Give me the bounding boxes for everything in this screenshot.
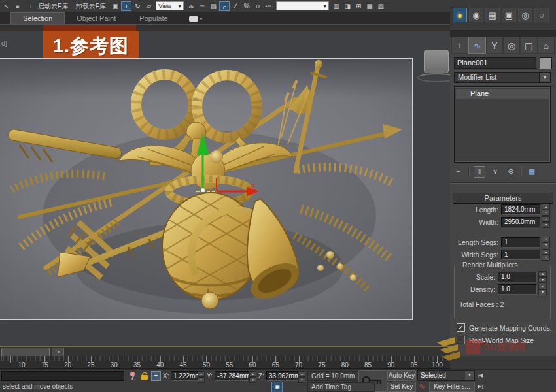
object-name-field[interactable]: Plane001 (454, 57, 536, 69)
scale-field[interactable]: 1.0 (498, 272, 537, 282)
x-spinner[interactable]: ▴▾ (198, 371, 205, 383)
percent-snap-icon[interactable]: % (241, 1, 252, 11)
chevron-down-icon[interactable]: ▼ (322, 4, 328, 8)
remove-modifier-icon[interactable]: ⊗ (505, 166, 517, 178)
snaps-toggle-icon[interactable]: ∩ (219, 1, 230, 11)
create-tab[interactable]: + (451, 37, 468, 54)
align-icon[interactable]: ≣ (197, 1, 207, 11)
modifier-stack[interactable]: Plane (454, 86, 551, 163)
x-coord-field[interactable]: 1.222mm (171, 371, 199, 381)
parameters-rollout-header[interactable]: - Parameters (453, 193, 553, 204)
manage-layers-icon[interactable]: ▧ (375, 1, 386, 11)
width-segs-spinner[interactable]: ▴▾ (542, 249, 550, 261)
density-spinner[interactable]: ▴▾ (538, 284, 547, 295)
selection-lock-icon[interactable] (141, 372, 148, 380)
chevron-down-icon[interactable]: ▾ (200, 16, 203, 22)
viewcube[interactable] (424, 50, 449, 73)
density-field[interactable]: 1.0 (498, 284, 537, 295)
go-to-end-icon[interactable]: ▶| (478, 384, 483, 389)
render-production-icon[interactable]: ◎ (518, 8, 532, 22)
y-coord-field[interactable]: -37.284mm (215, 371, 251, 381)
tab-object-paint[interactable]: Object Paint (65, 13, 128, 24)
utilities-tab[interactable]: ⌂ (538, 37, 555, 54)
chevron-down-icon[interactable]: ▼ (177, 4, 183, 8)
paste-icon[interactable]: ▣ (110, 1, 120, 11)
rendered-frame-icon[interactable]: ▣ (502, 8, 516, 22)
time-slider[interactable]: > (0, 346, 450, 356)
width-field[interactable]: 2950.0mm (501, 217, 540, 227)
angle-snap-icon[interactable]: ∠ (230, 1, 241, 11)
render-lights-icon[interactable]: ● (453, 8, 467, 22)
render-setup-icon[interactable]: ▦ (485, 8, 500, 22)
track-bar[interactable]: 101520253035404550556065707580859095100 (0, 356, 450, 369)
real-world-map-size-checkbox[interactable]: ✓ (457, 336, 465, 344)
tab-populate[interactable]: Populate (128, 13, 179, 24)
length-segs-spinner[interactable]: ▴▾ (542, 237, 550, 248)
length-spinner[interactable]: ▴▾ (542, 204, 550, 216)
select-move-icon[interactable]: + (121, 1, 131, 11)
layer-manager-icon[interactable]: ▤ (208, 1, 218, 11)
set-key-button[interactable]: Set Key (387, 382, 416, 392)
modifier-stack-item[interactable]: Plane (456, 89, 549, 99)
ribbon-display-icon[interactable] (189, 16, 198, 22)
maxscript-mini-listener[interactable] (1, 371, 124, 381)
keyboard-override-icon[interactable]: ABC (264, 1, 274, 11)
key-selection-dropdown[interactable]: Selected ▼ (417, 370, 475, 381)
edit-named-selection-icon[interactable]: ▥ (331, 1, 341, 11)
select-object-icon[interactable]: ↖ (1, 1, 12, 11)
hierarchy-tab[interactable]: Y (486, 37, 503, 54)
width-label: Width: (453, 218, 501, 226)
select-scale-icon[interactable]: ▱ (143, 1, 154, 11)
key-tangent-icon[interactable]: ∿ (419, 382, 425, 391)
configure-modifier-sets-icon[interactable]: ▦ (526, 166, 538, 178)
z-coord-field[interactable]: 33.962mm (266, 371, 300, 381)
viewport-label[interactable]: d] (1, 39, 7, 47)
modify-tab[interactable]: ∿ (468, 37, 485, 54)
reference-coordinate-dropdown[interactable]: View▼ (156, 1, 184, 10)
time-slider-handle[interactable] (1, 348, 50, 357)
collapse-icon[interactable]: - (457, 193, 460, 203)
cloud-launch-button[interactable]: 启动云E库 (35, 1, 72, 11)
viewport[interactable]: d] 1.参考图 (0, 31, 450, 347)
go-to-start-icon[interactable]: |◀ (478, 372, 483, 378)
pin-icon[interactable] (129, 372, 135, 380)
mirror-icon[interactable]: ◃▹ (186, 1, 196, 11)
motion-tab[interactable]: ◎ (503, 37, 520, 54)
length-field[interactable]: 1824.0mm (501, 204, 540, 215)
show-end-result-icon[interactable]: ‖ (474, 166, 485, 178)
spinner-snap-icon[interactable]: ∪ (252, 1, 263, 11)
generate-mapping-coords-checkbox[interactable]: ✓ (457, 323, 465, 332)
add-time-tag[interactable]: Add Time Tag (307, 382, 375, 392)
cloud-unload-button[interactable]: 卸载云E库 (73, 1, 110, 11)
next-frame-button[interactable]: > (52, 348, 64, 357)
pin-stack-icon[interactable]: ⌐ (453, 166, 464, 178)
select-rotate-icon[interactable]: ↻ (132, 1, 143, 11)
modifier-list-dropdown[interactable]: Modifier List ▼ (454, 72, 551, 83)
length-segs-field[interactable]: 1 (501, 237, 540, 248)
absolute-offset-mode-icon[interactable]: + (151, 371, 161, 381)
key-filters-button[interactable]: Key Filters... (429, 382, 475, 392)
chevron-down-icon[interactable]: ▼ (540, 72, 551, 83)
tab-selection[interactable]: Selection (10, 12, 65, 24)
z-spinner[interactable]: ▴▾ (298, 371, 305, 383)
display-tab[interactable]: ▢ (520, 37, 537, 54)
render-iterative-icon[interactable]: ○ (534, 8, 549, 22)
width-spinner[interactable]: ▴▾ (542, 216, 550, 228)
y-spinner[interactable]: ▴▾ (249, 371, 256, 383)
object-color-swatch[interactable] (540, 57, 552, 69)
mirror-tool-icon[interactable]: ◨ (342, 1, 353, 11)
named-selection-dropdown[interactable]: ▼ (276, 1, 329, 10)
selection-region-icon[interactable]: □ (24, 1, 34, 11)
scale-spinner[interactable]: ▴▾ (538, 271, 547, 283)
align-tool-icon[interactable]: ⊞ (353, 1, 364, 11)
chevron-down-icon[interactable]: ▼ (465, 371, 474, 380)
make-unique-icon[interactable]: ∨ (489, 166, 501, 178)
select-by-name-icon[interactable]: ≡ (12, 1, 23, 11)
ribbon-config[interactable]: ▾ (189, 16, 203, 22)
width-segs-field[interactable]: 1 (501, 250, 540, 260)
material-editor-icon[interactable]: ◉ (469, 8, 483, 22)
reference-photo-plane[interactable]: x (0, 58, 413, 320)
auto-key-button[interactable]: Auto Key (387, 370, 416, 381)
isolate-selection-icon[interactable]: ▣ (271, 382, 283, 392)
scene-explorer-icon[interactable]: ▦ (364, 1, 375, 11)
